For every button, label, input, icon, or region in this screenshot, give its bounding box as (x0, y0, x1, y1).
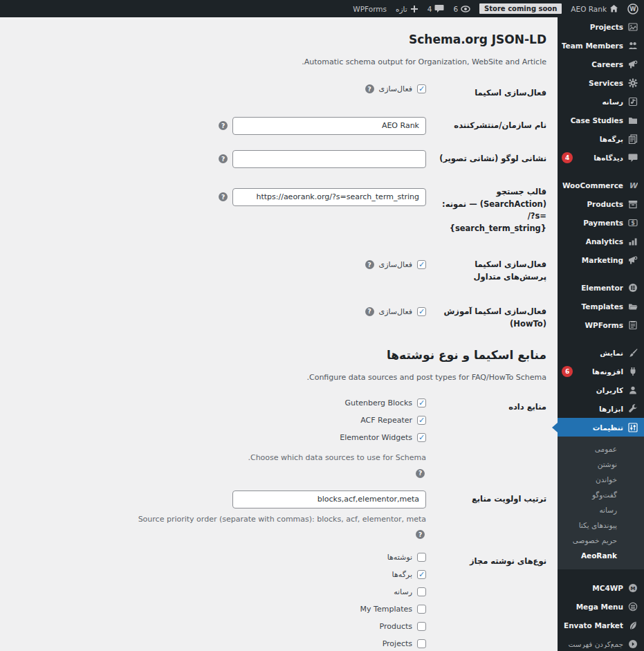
sidebar-item-wpforms[interactable]: WPForms (558, 315, 644, 334)
acf-repeater-checkbox[interactable] (417, 416, 426, 425)
sidebar-item-label: رسانه (562, 98, 623, 106)
sidebar-item-tools[interactable]: ابزارها (558, 399, 644, 418)
updates-count: 6 (453, 5, 458, 13)
help-icon[interactable] (365, 84, 374, 93)
wordpress-logo[interactable]: W (627, 3, 638, 15)
post-type-posts-checkbox[interactable] (417, 553, 426, 562)
sidebar-item-appearance[interactable]: نمایش (558, 343, 644, 362)
woocommerce-icon: W (628, 181, 638, 190)
sources-section-title: منابع اسکیما و نوع نوشته‌ها (14, 348, 546, 362)
sidebar-item-label: Analytics (562, 237, 623, 246)
enable-howto-checkbox[interactable] (417, 307, 426, 316)
checkbox-label: My Templates (360, 605, 412, 614)
search-template-input[interactable] (232, 188, 426, 206)
wordpress-logo-icon: W (627, 3, 638, 15)
sidebar-item-payments[interactable]: $ Payments (558, 213, 644, 232)
help-icon[interactable] (365, 307, 374, 316)
site-link[interactable]: AEO Rank (571, 4, 618, 13)
sidebar-item-mc4wp[interactable]: M MC4WP (558, 578, 644, 597)
elementor-widgets-checkbox[interactable] (417, 433, 426, 442)
gutenberg-blocks-checkbox[interactable] (417, 398, 426, 407)
submenu-item-permalinks[interactable]: پیوندهای یکتا (558, 517, 644, 533)
sidebar-item-analytics[interactable]: Analytics (558, 232, 644, 250)
sidebar-item-media[interactable]: رسانه (558, 92, 644, 111)
help-icon[interactable] (219, 121, 228, 130)
help-icon[interactable] (416, 469, 425, 478)
new-content-menu[interactable]: تازه (396, 5, 418, 13)
collapse-menu-button[interactable]: جمع‌کردن فهرست (558, 634, 644, 651)
menu-separator (558, 269, 644, 278)
submenu-item-reading[interactable]: خواندن (558, 472, 644, 487)
visibility-eye-icon (461, 4, 470, 14)
svg-text:$: $ (631, 220, 635, 226)
post-type-pages-checkbox[interactable] (417, 570, 426, 579)
submenu-item-general[interactable]: عمومی (558, 441, 644, 457)
comments-count: 4 (427, 5, 432, 13)
checkbox-label: Elementor Widgets (340, 433, 412, 442)
help-icon[interactable] (219, 192, 228, 201)
sidebar-item-label: WPForms (562, 321, 623, 329)
store-coming-soon-badge[interactable]: Store coming soon (479, 3, 562, 14)
priority-input[interactable] (232, 490, 426, 508)
sidebar-item-team-members[interactable]: Team Members (558, 36, 644, 55)
field-label: فعال‌سازی اسکیما آموزش (HowTo) (436, 303, 546, 331)
sidebar-item-label: برگه‌ها (562, 135, 623, 143)
wpforms-menu[interactable]: WPForms (353, 5, 387, 13)
elementor-icon (628, 283, 638, 293)
svg-text:W: W (630, 6, 636, 12)
sidebar-item-users[interactable]: کاربران (558, 380, 644, 399)
menu-separator (558, 167, 644, 176)
sidebar-item-elementor[interactable]: Elementor (558, 278, 644, 297)
org-name-input[interactable] (232, 117, 426, 135)
checkbox-label: فعال‌سازی (379, 260, 412, 269)
sidebar-item-envato-market[interactable]: Envato Market (558, 616, 644, 634)
sidebar-item-services[interactable]: Services (558, 73, 644, 92)
sidebar-item-settings[interactable]: تنظیمات (558, 418, 644, 437)
sidebar-item-label: نمایش (562, 349, 623, 357)
post-type-products-checkbox[interactable] (417, 622, 426, 631)
help-icon[interactable] (219, 154, 228, 163)
help-icon[interactable] (365, 260, 374, 269)
admin-sidebar: Projects Team Members Careers Services ر… (558, 17, 644, 651)
sidebar-item-woocommerce[interactable]: W WooCommerce (558, 176, 644, 194)
sidebar-item-careers[interactable]: Careers (558, 55, 644, 73)
post-type-media-checkbox[interactable] (417, 587, 426, 596)
home-icon (609, 4, 618, 13)
form-row-logo-url: نشانی لوگو (نشانی تصویر) (14, 150, 546, 168)
sidebar-item-marketing[interactable]: Marketing (558, 250, 644, 269)
submenu-item-aeorank[interactable]: AeoRank (558, 548, 644, 563)
enable-schema-checkbox[interactable] (417, 84, 426, 93)
megaphone-icon (628, 59, 638, 69)
menu-separator (558, 569, 644, 578)
sidebar-item-pages[interactable]: برگه‌ها (558, 129, 644, 148)
sidebar-item-projects[interactable]: Projects (558, 17, 644, 36)
bar-chart-icon (628, 237, 638, 246)
updates-indicator[interactable]: 6 (453, 4, 470, 14)
sidebar-item-comments[interactable]: دیدگاه‌ها 4 (558, 148, 644, 167)
sidebar-item-plugins[interactable]: افزونه‌ها 6 (558, 362, 644, 380)
sidebar-item-label: Team Members (562, 42, 623, 50)
sidebar-item-label: دیدگاه‌ها (578, 154, 623, 162)
mc4wp-icon: M (628, 583, 638, 593)
submenu-item-media[interactable]: رسانه (558, 502, 644, 517)
page-subtitle: Automatic schema output for Organization… (14, 57, 546, 66)
post-type-my-templates-checkbox[interactable] (417, 605, 426, 614)
sidebar-item-label: افزونه‌ها (578, 367, 623, 376)
field-description: Source priority order (separate with com… (138, 514, 426, 526)
submenu-item-privacy[interactable]: حریم خصوصی (558, 533, 644, 548)
comments-indicator[interactable]: 4 (427, 4, 445, 13)
enable-faq-checkbox[interactable] (417, 260, 426, 269)
logo-url-input[interactable] (232, 150, 426, 168)
wrench-icon (628, 404, 638, 414)
sidebar-item-products[interactable]: Products (558, 194, 644, 213)
sidebar-item-mega-menu[interactable]: Mega Menu (558, 597, 644, 616)
post-type-projects-checkbox[interactable] (417, 639, 426, 648)
form-row-post-types: نوع‌های نوشته مجاز نوشته‌ها برگه‌ها رسان… (14, 553, 546, 651)
help-icon[interactable] (416, 530, 425, 539)
archive-box-icon (628, 199, 638, 209)
media-icon (628, 97, 638, 107)
submenu-item-discussion[interactable]: گفت‌وگو (558, 487, 644, 502)
submenu-item-writing[interactable]: نوشتن (558, 457, 644, 472)
sidebar-item-case-studies[interactable]: Case Studies (558, 111, 644, 129)
sidebar-item-templates[interactable]: Templates (558, 297, 644, 315)
